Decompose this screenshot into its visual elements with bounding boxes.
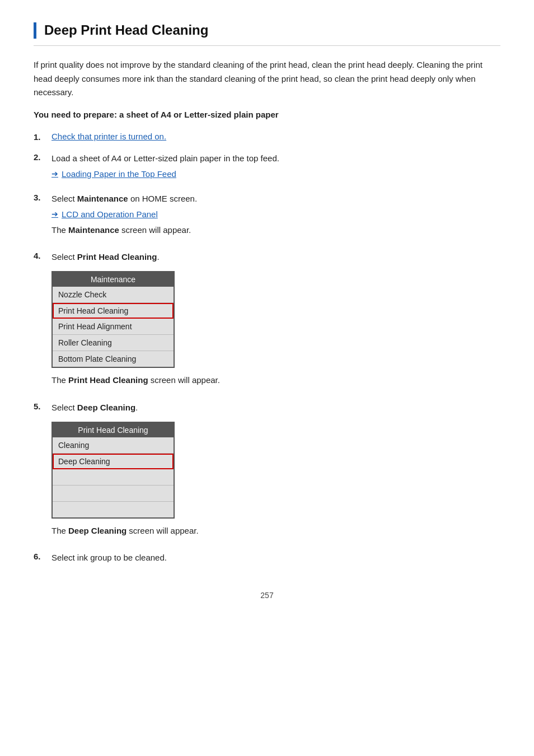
check-printer-link[interactable]: Check that printer is turned on.	[51, 132, 166, 141]
loading-paper-link[interactable]: Loading Paper in the Top Feed	[51, 169, 500, 179]
print-head-cleaning-lcd-title: Print Head Cleaning	[53, 423, 174, 437]
lcd-print-head-cleaning[interactable]: Print Head Cleaning	[53, 303, 174, 319]
step-3-text: Select Maintenance on HOME screen.	[51, 192, 500, 206]
step-6: 6. Select ink group to be cleaned.	[34, 551, 500, 568]
lcd-nozzle-check: Nozzle Check	[53, 287, 174, 303]
step-4-text: Select Print Head Cleaning.	[51, 250, 500, 264]
step-4-num: 4.	[34, 250, 51, 260]
step-5-content: Select Deep Cleaning. Print Head Cleanin…	[51, 401, 500, 542]
lcd-operation-link[interactable]: LCD and Operation Panel	[51, 209, 500, 219]
step-4: 4. Select Print Head Cleaning. Maintenan…	[34, 250, 500, 391]
step-4-content: Select Print Head Cleaning. Maintenance …	[51, 250, 500, 391]
steps-list: 1. Check that printer is turned on. 2. L…	[34, 132, 500, 568]
maintenance-lcd-title: Maintenance	[53, 272, 174, 287]
title-section: Deep Print Head Cleaning	[34, 22, 500, 46]
lcd-bottom-plate-cleaning: Bottom Plate Cleaning	[53, 351, 174, 367]
step-1-num: 1.	[34, 132, 51, 142]
step-5-after-note: The Deep Cleaning screen will appear.	[51, 524, 500, 538]
step-6-text: Select ink group to be cleaned.	[51, 551, 500, 565]
step-5-num: 5.	[34, 401, 51, 411]
title-accent-bar	[34, 22, 36, 39]
lcd-cleaning: Cleaning	[53, 437, 174, 454]
step-5: 5. Select Deep Cleaning. Print Head Clea…	[34, 401, 500, 542]
step-2: 2. Load a sheet of A4 or Letter-sized pl…	[34, 152, 500, 182]
page-number: 257	[34, 591, 500, 600]
step-2-num: 2.	[34, 152, 51, 162]
step-3-content: Select Maintenance on HOME screen. LCD a…	[51, 192, 500, 241]
step-2-text: Load a sheet of A4 or Letter-sized plain…	[51, 152, 500, 166]
step-3-num: 3.	[34, 192, 51, 202]
lcd-print-head-alignment: Print Head Alignment	[53, 319, 174, 335]
print-head-cleaning-lcd-screen: Print Head Cleaning Cleaning Deep Cleani…	[51, 422, 175, 519]
step-3-note: The Maintenance screen will appear.	[51, 223, 500, 237]
step-2-content: Load a sheet of A4 or Letter-sized plain…	[51, 152, 500, 182]
lcd-empty-3	[53, 502, 174, 517]
lcd-roller-cleaning: Roller Cleaning	[53, 335, 174, 351]
step-6-num: 6.	[34, 551, 51, 561]
lcd-deep-cleaning[interactable]: Deep Cleaning	[53, 454, 174, 469]
step-4-after-note: The Print Head Cleaning screen will appe…	[51, 374, 500, 388]
bold-note: You need to prepare: a sheet of A4 or Le…	[34, 110, 500, 119]
maintenance-lcd-screen: Maintenance Nozzle Check Print Head Clea…	[51, 271, 175, 368]
lcd-empty-1	[53, 469, 174, 486]
lcd-empty-2	[53, 486, 174, 502]
page-container: Deep Print Head Cleaning If print qualit…	[0, 0, 534, 633]
step-1: 1. Check that printer is turned on.	[34, 132, 500, 142]
step-1-content: Check that printer is turned on.	[51, 132, 500, 141]
step-3: 3. Select Maintenance on HOME screen. LC…	[34, 192, 500, 241]
step-6-content: Select ink group to be cleaned.	[51, 551, 500, 568]
intro-text: If print quality does not improve by the…	[34, 58, 500, 100]
step-5-text: Select Deep Cleaning.	[51, 401, 500, 415]
page-title: Deep Print Head Cleaning	[44, 22, 208, 39]
